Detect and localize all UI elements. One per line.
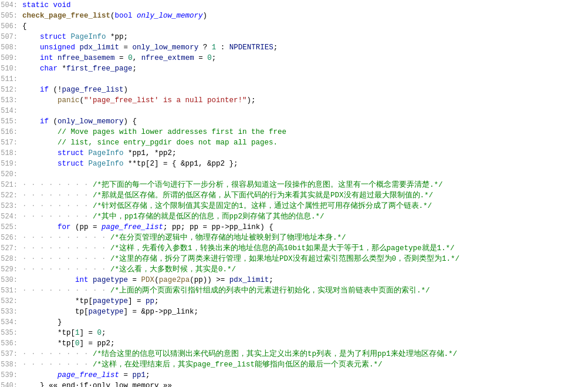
table-row: 530: int pagetype = PDX(page2pa(pp)) >= … [0, 275, 588, 285]
line-number: 539: [0, 370, 21, 381]
table-row: 518: struct PageInfo *pp1, *pp2; [0, 148, 588, 159]
line-content: *tp[1] = 0; [21, 328, 588, 338]
line-number: 520: [0, 169, 21, 180]
line-content: static void [21, 0, 588, 11]
line-number: 509: [0, 53, 21, 63]
line-number: 514: [0, 106, 21, 116]
table-row: 515: if (only_low_memory) { [0, 116, 588, 127]
line-number: 528: [0, 254, 21, 264]
line-content: if (!page_free_list) [21, 85, 588, 95]
line-number: 511: [0, 74, 21, 85]
line-content: page_free_list = pp1; [21, 370, 588, 381]
line-content: struct PageInfo *pp; [21, 32, 588, 42]
line-content: · · · · · · · · · · /*上面的两个页面索引指针组成的列表中的… [21, 285, 588, 296]
table-row: 527:· · · · · · · · · · /*这样，先看传入参数1，转换出… [0, 243, 588, 254]
table-row: 513: panic("'page_free_list' is a null p… [0, 95, 588, 106]
line-number: 525: [0, 222, 21, 233]
line-number: 518: [0, 148, 21, 159]
line-content: } [21, 317, 588, 328]
line-number: 507: [0, 32, 21, 42]
line-number: 523: [0, 201, 21, 211]
table-row: 516: // Move pages with lower addresses … [0, 127, 588, 137]
line-content: struct PageInfo *pp1, *pp2; [21, 148, 588, 159]
line-number: 512: [0, 85, 21, 95]
line-content: panic("'page_free_list' is a null pointe… [21, 95, 588, 106]
line-content: · · · · · · · · · · /*这里的存储，拆分了两类来进行管理，如… [21, 254, 588, 264]
line-number: 510: [0, 63, 21, 74]
line-number: 519: [0, 159, 21, 169]
table-row: 526:· · · · · · · · · · /*在分页管理的逻辑中，物理存储… [0, 233, 588, 243]
line-number: 524: [0, 211, 21, 222]
table-row: 532: *tp[pagetype] = pp; [0, 296, 588, 307]
table-row: 539: page_free_list = pp1; [0, 370, 588, 381]
line-number: 516: [0, 127, 21, 137]
line-number: 505: [0, 11, 21, 21]
line-content: for (pp = page_free_list; pp; pp = pp->p… [21, 222, 588, 233]
line-content: · · · · · · · · /*结合这里的信息可以猜测出来代码的意图，其实上… [21, 349, 588, 359]
table-row: 533: tp[pagetype] = &pp->pp_link; [0, 307, 588, 317]
table-row: 540: } «« end·if·only_low_memory »» [0, 381, 588, 387]
line-number: 532: [0, 296, 21, 307]
line-number: 513: [0, 95, 21, 106]
line-content: } «« end·if·only_low_memory »» [21, 381, 588, 387]
table-row: 506:{ [0, 21, 588, 32]
line-content: · · · · · · · · /*这样，在处理结束后，其实page_free_… [21, 359, 588, 370]
table-row: 529:· · · · · · · · · · /*这么看，大多数时候，其实是0… [0, 264, 588, 275]
table-row: 536: *tp[0] = pp2; [0, 338, 588, 349]
line-number: 526: [0, 233, 21, 243]
line-content: struct PageInfo **tp[2] = { &pp1, &pp2 }… [21, 159, 588, 169]
table-row: 510: char *first_free_page; [0, 63, 588, 74]
line-number: 506: [0, 21, 21, 32]
line-number: 536: [0, 338, 21, 349]
table-row: 537:· · · · · · · · /*结合这里的信息可以猜测出来代码的意图… [0, 349, 588, 359]
code-editor: 504:static void505:check_page_free_list(… [0, 0, 588, 387]
line-number: 515: [0, 116, 21, 127]
table-row: 509: int nfree_basemem = 0, nfree_extmem… [0, 53, 588, 63]
table-row: 521:· · · · · · · · /*把下面的每一个语句进行下一步分析，很… [0, 180, 588, 190]
line-number: 540: [0, 381, 21, 387]
line-content: int pagetype = PDX(page2pa(pp)) >= pdx_l… [21, 275, 588, 285]
table-row: 522:· · · · · · · · /*那就是低区存储。所谓的低区存储，从下… [0, 190, 588, 201]
table-row: 525: for (pp = page_free_list; pp; pp = … [0, 222, 588, 233]
line-number: 508: [0, 42, 21, 53]
line-number: 521: [0, 180, 21, 190]
line-number: 517: [0, 137, 21, 148]
line-number: 531: [0, 285, 21, 296]
line-number: 504: [0, 0, 21, 11]
table-row: 534: } [0, 317, 588, 328]
table-row: 523:· · · · · · · · /*针对低区存储，这个限制值其实是固定的… [0, 201, 588, 211]
table-row: 505:check_page_free_list(bool only_low_m… [0, 11, 588, 21]
table-row: 508: unsigned pdx_limit = only_low_memor… [0, 42, 588, 53]
line-number: 527: [0, 243, 21, 254]
line-number: 535: [0, 328, 21, 338]
line-content: · · · · · · · · · · /*这么看，大多数时候，其实是0.*/ [21, 264, 588, 275]
line-content: int nfree_basemem = 0, nfree_extmem = 0; [21, 53, 588, 63]
table-row: 531:· · · · · · · · · · /*上面的两个页面索引指针组成的… [0, 285, 588, 296]
table-row: 517: // list, since entry_pgdir does not… [0, 137, 588, 148]
table-row: 511: [0, 74, 588, 85]
table-row: 524:· · · · · · · · /*其中，pp1存储的就是低区的信息，而… [0, 211, 588, 222]
line-number: 537: [0, 349, 21, 359]
line-content: · · · · · · · · · · /*这样，先看传入参数1，转换出来的地址… [21, 243, 588, 254]
line-number: 522: [0, 190, 21, 201]
line-content: · · · · · · · · /*那就是低区存储。所谓的低区存储，从下面代码的… [21, 190, 588, 201]
line-content: *tp[0] = pp2; [21, 338, 588, 349]
line-number: 529: [0, 264, 21, 275]
line-content: { [21, 21, 588, 32]
table-row: 520: [0, 169, 588, 180]
line-content: · · · · · · · · /*针对低区存储，这个限制值其实是固定的1。这样… [21, 201, 588, 211]
table-row: 507: struct PageInfo *pp; [0, 32, 588, 42]
table-row: 519: struct PageInfo **tp[2] = { &pp1, &… [0, 159, 588, 169]
table-row: 538:· · · · · · · · /*这样，在处理结束后，其实page_f… [0, 359, 588, 370]
line-content: // list, since entry_pgdir does not map … [21, 137, 588, 148]
line-content: · · · · · · · · /*其中，pp1存储的就是低区的信息，而pp2则… [21, 211, 588, 222]
table-row: 504:static void [0, 0, 588, 11]
table-row: 535: *tp[1] = 0; [0, 328, 588, 338]
line-number: 530: [0, 275, 21, 285]
line-content: · · · · · · · · · · /*在分页管理的逻辑中，物理存储的地址被… [21, 233, 588, 243]
line-number: 538: [0, 359, 21, 370]
line-content: // Move pages with lower addresses first… [21, 127, 588, 137]
line-content: check_page_free_list(bool only_low_memor… [21, 11, 588, 21]
line-number: 533: [0, 307, 21, 317]
table-row: 514: [0, 106, 588, 116]
